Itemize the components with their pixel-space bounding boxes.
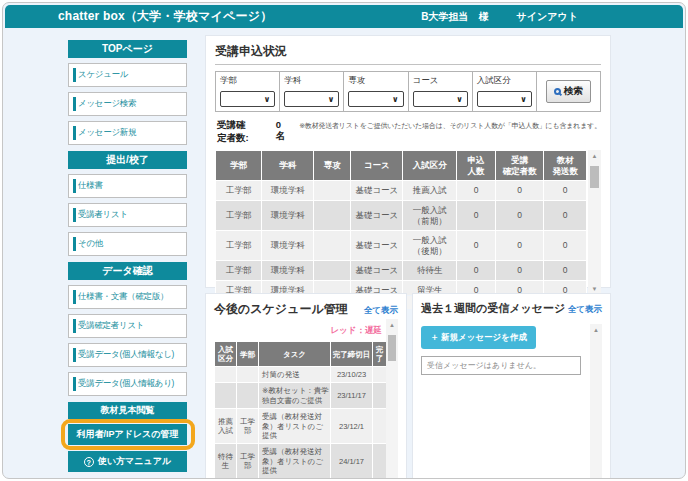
confirmed-count-label: 受講確定者数:: [217, 119, 254, 145]
sidebar-item-spec[interactable]: 仕様書: [68, 174, 187, 198]
table-cell: [373, 444, 387, 479]
messages-panel: 過去１週間の受信メッセージ 全て表示 ＋ 新規メッセージを作成 受信メッセージは…: [412, 293, 611, 479]
table-cell: [237, 367, 259, 383]
application-table-header-row: 学部 学科 専攻 コース 入試区分 申込 人数 受講 確定者数 教材 発送数: [216, 151, 587, 181]
table-cell: 基礎コース: [351, 181, 403, 201]
confirmed-count-value: 0名: [276, 119, 286, 143]
manual-button[interactable]: ？使い方マニュアル: [68, 451, 187, 472]
table-cell: ※教材セット：貴学独自文書のご提供: [259, 383, 331, 409]
table-cell: 24/1/17: [331, 444, 373, 479]
table-cell: 受講（教材発送対象）者リストのご提供: [259, 444, 331, 479]
sidebar-item-confirmed-list[interactable]: 受講確定者リスト: [68, 314, 187, 338]
chevron-down-icon: ∨: [392, 95, 399, 104]
scrollbar-thumb[interactable]: [590, 166, 599, 188]
chevron-down-icon: ∨: [328, 95, 335, 104]
table-cell: 工学部: [216, 200, 262, 230]
table-cell: [373, 383, 387, 409]
schedule-view-all-link[interactable]: 全て表示: [364, 305, 398, 317]
messages-view-all-link[interactable]: 全て表示: [568, 304, 602, 316]
delay-legend: レッド：遅延: [214, 325, 382, 337]
app-window: chatter box（大学・学校マイページ） B大学担当 様 サインアウト T…: [2, 2, 686, 479]
sidebar-section-data: データ確認 仕様書・文書（確定版） 受講確定者リスト 受講データ(個人情報なし)…: [68, 262, 187, 396]
filter-major: 専攻 ∨: [344, 72, 408, 111]
sidebar-item-data-personal[interactable]: 受講データ(個人情報あり): [68, 372, 187, 396]
table-cell: 推薦入試: [215, 409, 237, 444]
table-cell: 0: [544, 261, 587, 281]
table-cell: 一般入試 （前期）: [403, 200, 457, 230]
table-cell: 0: [457, 181, 496, 201]
schedule-table-header-row: 入試 区分 学部 タスク 完了締切日 完 了: [215, 342, 387, 367]
table-row: 工学部環境学科基礎コース一般入試 （前期）000: [216, 200, 587, 230]
plus-icon: ＋: [430, 331, 439, 344]
filter-exam-type: 入試区分 ∨: [473, 72, 537, 111]
table-row: 工学部環境学科基礎コース一般入試 （後期）000: [216, 231, 587, 261]
table-cell: 特待生: [215, 444, 237, 479]
table-cell: 受講（教材発送対象）者リストのご提供: [259, 409, 331, 444]
filter-faculty: 学部 ∨: [216, 72, 280, 111]
search-icon: [554, 88, 561, 95]
table-cell: 23/11/17: [331, 383, 373, 409]
ip-admin-button[interactable]: 利用者/IPアドレスの管理: [68, 424, 187, 445]
table-cell: 23/10/23: [331, 367, 373, 383]
table-cell: 0: [496, 181, 544, 201]
scroll-up-icon[interactable]: ▲: [386, 319, 398, 331]
chevron-down-icon: ∨: [264, 95, 271, 104]
material-sample-button[interactable]: 教材見本閲覧: [68, 402, 187, 419]
table-cell: 環境学科: [262, 231, 314, 261]
sidebar-header-data: データ確認: [68, 262, 187, 280]
table-cell: 0: [457, 261, 496, 281]
table-cell: [314, 231, 351, 261]
table-cell: 一般入試 （後期）: [403, 231, 457, 261]
sidebar-header-top: TOPページ: [68, 40, 187, 58]
table-cell: [215, 367, 237, 383]
application-panel-title: 受講申込状況: [215, 43, 601, 65]
major-select[interactable]: ∨: [348, 91, 403, 107]
scroll-up-icon[interactable]: ▲: [588, 150, 601, 162]
scroll-up-icon[interactable]: ▲: [590, 324, 602, 336]
filter-search-cell: 検索: [537, 72, 600, 111]
course-select[interactable]: ∨: [413, 91, 468, 107]
faculty-select[interactable]: ∨: [220, 91, 275, 107]
sidebar-item-student-list[interactable]: 受講者リスト: [68, 203, 187, 227]
table-cell: 工学部: [237, 409, 259, 444]
table-cell: 0: [544, 231, 587, 261]
user-name: B大学担当 様: [421, 10, 488, 24]
sidebar-item-other[interactable]: その他: [68, 232, 187, 256]
table-cell: [237, 383, 259, 409]
exam-type-select[interactable]: ∨: [477, 91, 532, 107]
search-button[interactable]: 検索: [546, 80, 591, 103]
sidebar-header-submit: 提出/校了: [68, 151, 187, 169]
schedule-panel: 今後のスケジュール管理 全て表示 レッド：遅延 入試 区分 学部 タスク 完了締…: [205, 293, 407, 479]
department-select[interactable]: ∨: [284, 91, 339, 107]
application-table: 学部 学科 専攻 コース 入試区分 申込 人数 受講 確定者数 教材 発送数 工…: [215, 150, 587, 295]
table-cell: 推薦入試: [403, 181, 457, 201]
table-cell: [373, 409, 387, 444]
table-cell: 0: [496, 231, 544, 261]
messages-scrollbar: ▲: [590, 324, 602, 479]
table-cell: 環境学科: [262, 181, 314, 201]
table-cell: [373, 367, 387, 383]
confirmed-count-row: 受講確定者数: 0名 ※教材発送者リストをご提供いただいた場合は、そのリスト人数…: [217, 119, 601, 145]
table-cell: 工学部: [237, 444, 259, 479]
filter-department: 学科 ∨: [280, 72, 344, 111]
sidebar-item-schedule[interactable]: スケジュール: [68, 63, 187, 87]
sidebar-item-message-search[interactable]: メッセージ検索: [68, 92, 187, 116]
sidebar-item-message-new[interactable]: メッセージ新規: [68, 121, 187, 145]
new-message-button[interactable]: ＋ 新規メッセージを作成: [421, 326, 536, 349]
sidebar-item-data-anonymous[interactable]: 受講データ(個人情報なし): [68, 343, 187, 367]
application-status-panel: 受講申込状況 学部 ∨ 学科 ∨ 専攻 ∨ コース ∨ 入試区分 ∨: [205, 35, 611, 288]
table-cell: 0: [496, 261, 544, 281]
table-cell: 基礎コース: [351, 231, 403, 261]
table-cell: 環境学科: [262, 200, 314, 230]
scrollbar-thumb[interactable]: [388, 335, 396, 361]
table-row: 封筒の発送23/10/23: [215, 367, 387, 383]
table-cell: 0: [544, 200, 587, 230]
table-row: 推薦入試工学部受講（教材発送対象）者リストのご提供23/12/1: [215, 409, 387, 444]
table-cell: 工学部: [216, 231, 262, 261]
schedule-table: 入試 区分 学部 タスク 完了締切日 完 了 封筒の発送23/10/23※教材セ…: [214, 341, 387, 479]
sidebar-item-spec-final[interactable]: 仕様書・文書（確定版）: [68, 285, 187, 309]
table-cell: [314, 261, 351, 281]
application-table-zone: 学部 学科 専攻 コース 入試区分 申込 人数 受講 確定者数 教材 発送数 工…: [215, 150, 601, 295]
signout-link[interactable]: サインアウト: [517, 10, 578, 24]
schedule-panel-title: 今後のスケジュール管理: [214, 301, 348, 318]
